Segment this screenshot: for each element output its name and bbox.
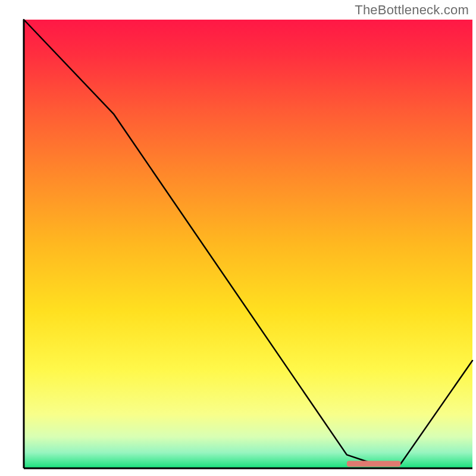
minimum-highlight-bar bbox=[347, 461, 400, 466]
chart-background-gradient bbox=[24, 20, 472, 468]
bottleneck-chart bbox=[0, 0, 476, 476]
chart-frame: { "attribution": "TheBottleneck.com", "c… bbox=[0, 0, 476, 476]
